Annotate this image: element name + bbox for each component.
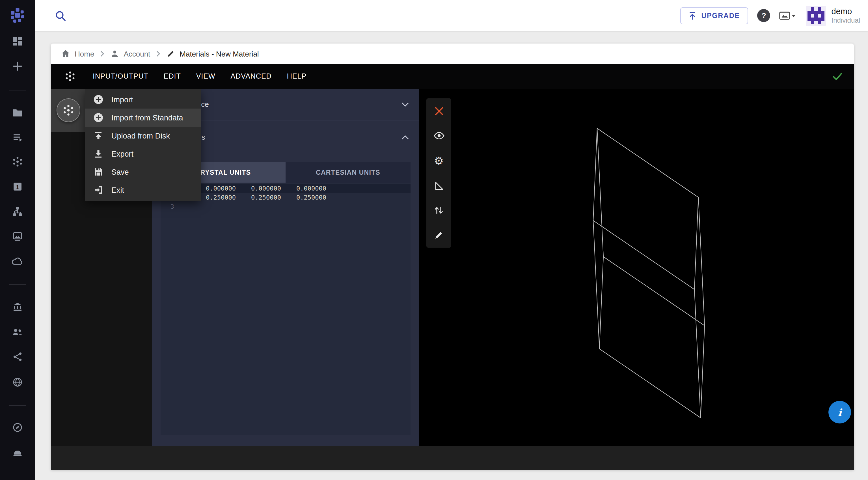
add-icon[interactable] xyxy=(0,61,35,72)
menu-item-import-from-standata[interactable]: Import from Standata xyxy=(85,108,201,127)
input-output-menu: Import Import from Standata Upload from … xyxy=(85,89,201,201)
media-icon[interactable] xyxy=(0,231,35,242)
close-icon[interactable] xyxy=(426,98,451,123)
globe-icon[interactable] xyxy=(0,377,35,388)
menu-edit[interactable]: EDIT xyxy=(164,72,181,80)
svg-text:1: 1 xyxy=(16,184,19,190)
designer-card: Home Account Mat xyxy=(51,43,854,470)
designer-menubar: INPUT/OUTPUT EDIT VIEW ADVANCED HELP xyxy=(51,64,854,89)
menu-advanced[interactable]: ADVANCED xyxy=(231,72,272,80)
user-plan: Individual xyxy=(832,17,860,24)
tab-cartesian-units[interactable]: CARTESIAN UNITS xyxy=(285,162,410,183)
upgrade-label: UPGRADE xyxy=(701,11,740,20)
menu-item-import[interactable]: Import xyxy=(85,91,201,108)
breadcrumb: Home Account Mat xyxy=(51,43,854,64)
swap-axes-icon[interactable] xyxy=(426,198,451,223)
breadcrumb-current: Materials - New Material xyxy=(166,49,259,58)
exit-icon xyxy=(93,184,104,196)
breadcrumb-account[interactable]: Account xyxy=(110,49,150,58)
chevron-right-icon xyxy=(100,50,104,57)
cloud-icon[interactable] xyxy=(0,256,35,267)
workflow-tree-icon[interactable] xyxy=(0,206,35,217)
material-fab-button[interactable] xyxy=(57,98,80,122)
edit-icon xyxy=(166,49,175,58)
content-gutter: Home Account Mat xyxy=(35,31,868,480)
help-icon[interactable]: ? xyxy=(757,9,771,22)
menu-item-exit[interactable]: Exit xyxy=(85,181,201,199)
basis-code-editor[interactable]: 1 Si 0.000000 0.000000 0.000000 2 Si 0.2… xyxy=(161,183,410,435)
visibility-icon[interactable] xyxy=(426,123,451,148)
materials-icon[interactable] xyxy=(0,156,35,167)
divider xyxy=(9,284,26,285)
institution-icon[interactable] xyxy=(0,301,35,313)
settings-icon[interactable]: ⚙ xyxy=(426,148,451,173)
person-icon xyxy=(110,49,119,58)
search-icon[interactable] xyxy=(54,9,67,22)
workspace-switcher-icon[interactable] xyxy=(779,10,797,21)
app-root: 1 xyxy=(0,0,868,480)
unit-cell-wireframe xyxy=(419,89,854,446)
menu-help[interactable]: HELP xyxy=(287,72,307,80)
home-icon xyxy=(61,49,70,58)
folder-icon[interactable] xyxy=(0,107,35,118)
menu-input-output[interactable]: INPUT/OUTPUT xyxy=(93,72,149,80)
molecule-icon xyxy=(64,71,76,82)
download-icon xyxy=(93,148,104,159)
upload-icon xyxy=(93,130,104,141)
playlist-icon[interactable] xyxy=(0,132,35,143)
user-name: demo xyxy=(832,7,860,17)
structure-viewer-3d[interactable]: ⚙ xyxy=(419,89,854,446)
menu-view[interactable]: VIEW xyxy=(196,72,215,80)
workspace: Crystal Lattice Crystal Basis CRYSTAL UN… xyxy=(51,89,854,446)
menu-item-save[interactable]: Save xyxy=(85,163,201,181)
info-button[interactable]: i xyxy=(829,401,851,423)
bank-one-icon[interactable]: 1 xyxy=(0,181,35,192)
share-icon[interactable] xyxy=(0,351,35,362)
divider xyxy=(9,405,26,406)
add-circle-icon xyxy=(93,94,104,105)
molecule-icon xyxy=(62,104,75,117)
upload-arrow-icon xyxy=(689,11,696,20)
add-circle-icon xyxy=(93,112,104,123)
check-icon[interactable] xyxy=(832,72,842,81)
atom-sphere xyxy=(664,333,683,352)
chevron-down-icon xyxy=(402,102,409,106)
divider xyxy=(9,90,26,91)
bottom-strip xyxy=(51,446,854,470)
helmet-icon[interactable] xyxy=(0,447,35,458)
code-line: 3 xyxy=(161,202,410,211)
viewer-toolbar: ⚙ xyxy=(426,98,451,248)
mat3ra-logo[interactable] xyxy=(0,8,35,23)
chevron-up-icon xyxy=(402,135,409,139)
explore-icon[interactable] xyxy=(0,422,35,433)
breadcrumb-home[interactable]: Home xyxy=(61,49,94,58)
topbar: UPGRADE ? xyxy=(35,0,868,31)
app-sidebar: 1 xyxy=(0,0,35,480)
people-icon[interactable] xyxy=(0,326,35,338)
save-icon xyxy=(93,166,104,178)
dashboard-icon[interactable] xyxy=(0,36,35,47)
menu-item-upload-from-disk[interactable]: Upload from Disk xyxy=(85,127,201,145)
measure-icon[interactable] xyxy=(426,173,451,198)
user-menu[interactable]: demo Individual xyxy=(806,5,860,26)
avatar xyxy=(806,5,827,26)
chevron-right-icon xyxy=(156,50,160,57)
upgrade-button[interactable]: UPGRADE xyxy=(680,7,748,24)
menu-item-export[interactable]: Export xyxy=(85,145,201,163)
edit-icon[interactable] xyxy=(426,223,451,248)
